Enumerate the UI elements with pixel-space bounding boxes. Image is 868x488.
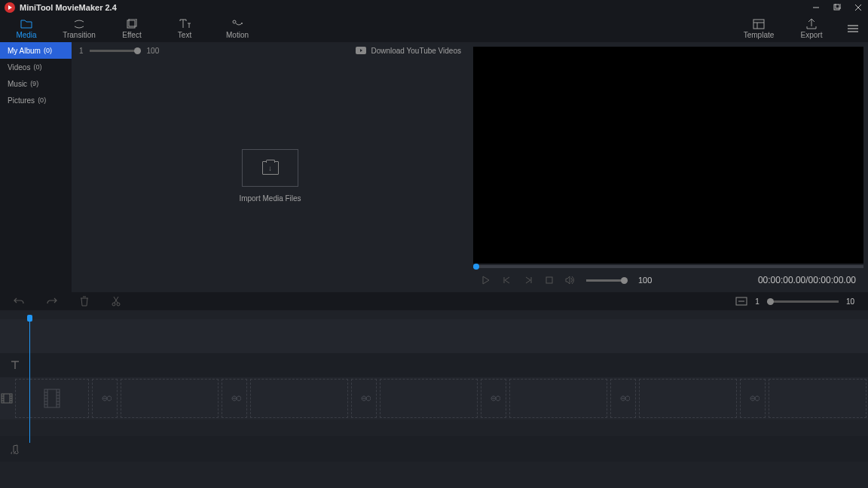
link-icon (98, 394, 112, 403)
motion-tab[interactable]: Motion (211, 15, 264, 42)
tab-label: Transition (63, 31, 96, 39)
button-label: Template (744, 31, 775, 39)
transition-icon (73, 19, 85, 29)
filmstrip-icon (44, 389, 60, 408)
preview-screen (473, 47, 863, 264)
link-icon (746, 394, 760, 403)
youtube-icon (356, 47, 366, 54)
transition-slot[interactable] (92, 379, 118, 418)
play-button[interactable] (481, 275, 491, 285)
sidebar-item-label: My Album (8, 47, 41, 55)
close-button[interactable] (853, 2, 863, 13)
template-button[interactable]: Template (732, 15, 785, 42)
video-clip-slot[interactable] (121, 379, 219, 418)
sidebar-item-count: (9) (30, 80, 38, 87)
link-icon (616, 394, 630, 403)
sidebar-item-label: Pictures (8, 96, 35, 105)
tab-label: Motion (226, 31, 249, 39)
timecode: 00:00:00.00/00:00:00.00 (758, 275, 856, 285)
media-zoom-max: 100 (147, 47, 160, 55)
delete-button[interactable] (80, 296, 89, 307)
hamburger-icon (846, 22, 860, 35)
stop-button[interactable] (544, 275, 555, 285)
transition-slot[interactable] (351, 379, 377, 418)
sidebar-item-count: (0) (33, 63, 41, 71)
video-clip-slot[interactable] (509, 379, 607, 418)
app-logo-icon (5, 2, 15, 13)
effect-tab[interactable]: Effect (105, 15, 158, 42)
link-icon (357, 394, 371, 403)
text-track[interactable] (0, 353, 868, 377)
text-tab[interactable]: Text (158, 15, 211, 42)
download-label: Download YouTube Videos (371, 47, 461, 55)
volume-slider[interactable] (586, 279, 628, 282)
video-clip-slot[interactable] (639, 379, 737, 418)
sidebar-item-count: (0) (38, 96, 46, 104)
video-clip-slot[interactable] (15, 379, 89, 418)
redo-button[interactable] (47, 296, 57, 307)
audio-track[interactable] (0, 436, 868, 462)
svg-rect-9 (753, 20, 764, 29)
sidebar-item-label: Videos (8, 63, 30, 72)
video-track[interactable] (0, 377, 868, 419)
video-clip-slot[interactable] (769, 379, 866, 418)
import-label: Import Media Files (239, 194, 301, 203)
motion-icon (231, 19, 243, 29)
tab-label: Media (16, 31, 36, 39)
sidebar-item-pictures[interactable]: Pictures (0) (0, 92, 72, 108)
split-button[interactable] (112, 296, 121, 307)
timeline[interactable] (0, 310, 868, 488)
main-toolbar: Media Transition Effect Text Motion Temp… (0, 15, 868, 42)
transition-slot[interactable] (481, 379, 506, 418)
timeline-zoom-slider[interactable] (767, 300, 839, 303)
next-frame-button[interactable] (523, 275, 533, 285)
transition-slot[interactable] (610, 379, 636, 418)
maximize-button[interactable] (832, 2, 842, 13)
folder-download-icon (262, 161, 279, 175)
fit-to-screen-button[interactable] (735, 297, 747, 306)
svg-point-16 (112, 303, 115, 306)
app-title: MiniTool MovieMaker 2.4 (20, 3, 117, 12)
menu-button[interactable] (838, 15, 868, 42)
volume-value: 100 (638, 276, 652, 285)
timeline-toolbar: 1 10 (0, 292, 868, 310)
volume-button[interactable] (565, 275, 576, 285)
svg-rect-1 (834, 5, 839, 10)
media-panel: 1 100 Download YouTube Videos Import Med… (72, 42, 469, 292)
video-track-icon (0, 393, 14, 404)
sidebar-item-myalbum[interactable]: My Album (0) (0, 42, 72, 59)
svg-point-17 (117, 303, 120, 306)
folder-icon (20, 19, 32, 29)
minimize-button[interactable] (811, 2, 821, 13)
preview-progress-slider[interactable] (473, 265, 863, 268)
playhead[interactable] (29, 318, 30, 443)
timeline-zoom-max: 10 (846, 297, 854, 306)
import-media-button[interactable] (242, 149, 298, 187)
timeline-zoom-min: 1 (755, 297, 760, 306)
media-zoom-min: 1 (79, 47, 84, 55)
video-clip-slot[interactable] (380, 379, 478, 418)
sidebar-item-label: Music (8, 80, 27, 88)
prev-frame-button[interactable] (502, 275, 512, 285)
media-sidebar: My Album (0) Videos (0) Music (9) Pictur… (0, 42, 72, 292)
transition-slot[interactable] (740, 379, 766, 418)
title-bar: MiniTool MovieMaker 2.4 (0, 0, 868, 15)
transition-slot[interactable] (222, 379, 247, 418)
download-youtube-button[interactable]: Download YouTube Videos (356, 47, 461, 55)
media-zoom-slider[interactable] (90, 50, 141, 52)
sidebar-item-music[interactable]: Music (9) (0, 75, 72, 92)
audio-track-icon (0, 444, 30, 454)
video-clip-slot[interactable] (250, 379, 348, 418)
link-icon (228, 394, 241, 403)
transition-tab[interactable]: Transition (53, 15, 105, 42)
svg-point-8 (241, 23, 243, 24)
sidebar-item-videos[interactable]: Videos (0) (0, 59, 72, 75)
export-button[interactable]: Export (785, 15, 838, 42)
preview-panel: 100 00:00:00.00/00:00:00.00 (469, 42, 868, 292)
sidebar-item-count: (0) (44, 47, 52, 54)
effect-icon (126, 19, 138, 29)
text-icon (179, 19, 191, 29)
media-tab[interactable]: Media (0, 15, 53, 42)
timeline-ruler[interactable] (0, 310, 868, 319)
undo-button[interactable] (14, 296, 24, 307)
